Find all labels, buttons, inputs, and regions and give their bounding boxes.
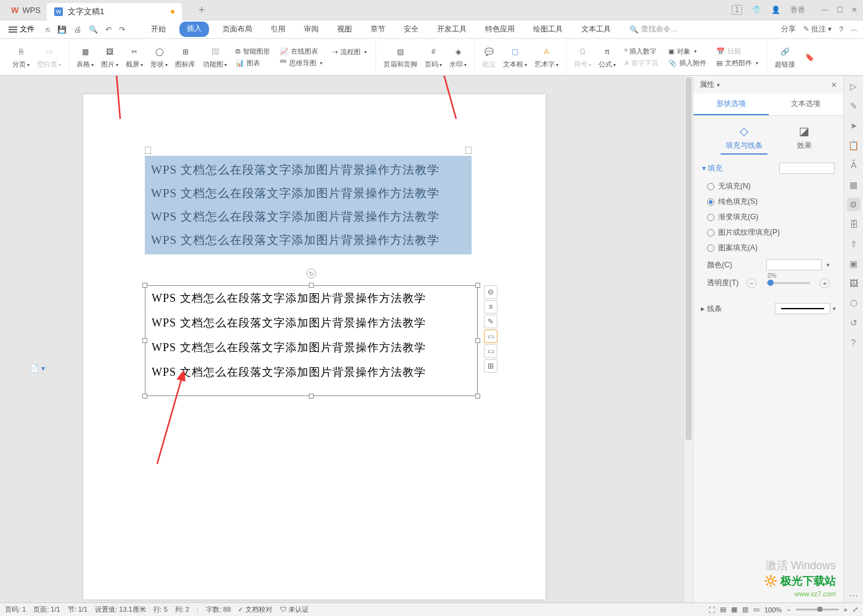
shapes-button[interactable]: ◯形状▾: [147, 44, 171, 70]
view-fullscreen-icon[interactable]: ⛶: [708, 606, 715, 614]
tab-text-tools[interactable]: 文本工具: [576, 22, 616, 37]
textbox-line[interactable]: WPS 文档怎么在段落文字添加图片背景操作方法教学: [145, 286, 477, 310]
print-preview-icon[interactable]: 🔍: [88, 24, 99, 35]
chevron-down-icon[interactable]: ▾: [827, 262, 830, 268]
resize-handle[interactable]: [475, 338, 480, 343]
tab-drawing-tools[interactable]: 绘图工具: [528, 22, 568, 37]
header-footer-button[interactable]: ▤页眉和页脚: [380, 44, 421, 70]
view-web-icon[interactable]: ▦: [731, 606, 737, 614]
online-chart-button[interactable]: 📈在线图表: [277, 46, 325, 57]
zoom-level[interactable]: 100%: [764, 606, 782, 614]
radio-solid-fill[interactable]: 纯色填充(S): [702, 194, 835, 209]
collapse-ribbon-icon[interactable]: ︿: [851, 24, 858, 34]
drop-cap-button[interactable]: A首字下沉: [622, 58, 661, 68]
view-read-icon[interactable]: ▭: [753, 606, 759, 614]
tab-security[interactable]: 安全: [399, 22, 423, 37]
textbox-line[interactable]: WPS 文档怎么在段落文字添加图片背景操作方法教学: [145, 360, 477, 384]
ts-more-icon[interactable]: ⋯: [847, 589, 861, 602]
smart-art-button[interactable]: ⧉智能图形: [233, 46, 272, 57]
resize-handle[interactable]: [475, 283, 480, 288]
ts-backup-icon[interactable]: 🗄: [847, 217, 861, 231]
textbox-line[interactable]: WPS 文档怎么在段落文字添加图片背景操作方法教学: [145, 335, 477, 360]
maximize-icon[interactable]: ☐: [836, 6, 843, 14]
ts-history-icon[interactable]: ↺: [847, 316, 861, 330]
tab-insert[interactable]: 插入: [179, 22, 209, 37]
ts-grid-icon[interactable]: ▦: [847, 178, 861, 192]
layout-option-more[interactable]: ⊞: [484, 359, 497, 373]
function-chart-button[interactable]: ⛆功能图▾: [199, 44, 231, 70]
tab-shape-options[interactable]: 形状选项: [693, 94, 769, 115]
status-page[interactable]: 页面: 1/1: [33, 605, 60, 614]
comment-button[interactable]: 💬批注: [478, 44, 499, 70]
text-line[interactable]: WPS 文档怎么在段落文字添加图片背景操作方法教学: [145, 229, 472, 252]
formula-button[interactable]: π公式▾: [595, 44, 620, 70]
rotation-handle-icon[interactable]: ↻: [306, 269, 316, 278]
layout-option-expand[interactable]: ⊖: [484, 285, 497, 299]
table-button[interactable]: ▦表格▾: [73, 44, 97, 70]
line-style-picker[interactable]: [775, 303, 830, 314]
status-proof[interactable]: ✓ 文档校对: [238, 605, 272, 614]
radio-gradient-fill[interactable]: 渐变填充(G): [702, 209, 835, 225]
screenshot-button[interactable]: ✂截屏▾: [122, 44, 147, 70]
undo-icon[interactable]: ↶: [104, 24, 113, 35]
subtab-effects[interactable]: ◪ 效果: [792, 122, 817, 155]
chart-button-sm[interactable]: 📊图表: [233, 58, 272, 68]
help-icon[interactable]: ?: [839, 25, 843, 34]
hyperlink-button[interactable]: 🔗超链接: [771, 44, 799, 70]
wps-home-tab[interactable]: W WPS: [5, 0, 47, 20]
tab-section[interactable]: 章节: [366, 22, 390, 37]
radio-no-fill[interactable]: 无填充(N): [702, 179, 835, 194]
resize-handle[interactable]: [142, 394, 147, 399]
doc-nav-badge[interactable]: 📄▾: [30, 364, 45, 373]
ts-aa-icon[interactable]: Ᾰ: [847, 158, 861, 172]
status-unauth[interactable]: 🛡 未认证: [280, 605, 309, 614]
status-col[interactable]: 列: 2: [175, 605, 189, 614]
tab-special[interactable]: 特色应用: [480, 22, 520, 37]
object-button[interactable]: ▣对象▾: [666, 46, 709, 57]
picture-button[interactable]: 🖼图片▾: [97, 44, 122, 70]
page-break-button[interactable]: ⎘分页▾: [9, 44, 33, 70]
file-menu[interactable]: 文件: [5, 24, 38, 34]
bookmark-button[interactable]: 🔖: [799, 49, 820, 65]
status-setval[interactable]: 设置值: 13.1厘米: [95, 605, 146, 614]
skin-icon[interactable]: 👕: [752, 6, 761, 14]
ts-hide-icon[interactable]: ▷: [847, 79, 861, 93]
minimize-icon[interactable]: —: [821, 6, 828, 14]
slider-handle[interactable]: [767, 280, 774, 286]
tab-dev-tools[interactable]: 开发工具: [432, 22, 472, 37]
tab-references[interactable]: 引用: [266, 22, 290, 37]
user-name[interactable]: 香香: [790, 5, 805, 15]
pizhu-button[interactable]: ✎ 批注 ▾: [803, 24, 832, 34]
radio-pattern-fill[interactable]: 图案填充(A): [702, 240, 835, 256]
textbox-button[interactable]: ▢文本框▾: [499, 44, 531, 70]
fill-preview-box[interactable]: [779, 163, 835, 174]
layout-option-edit[interactable]: ✎: [484, 315, 497, 328]
ts-select-icon[interactable]: ➤: [847, 119, 861, 132]
ts-image-icon[interactable]: 🖼: [847, 277, 861, 290]
new-tab-button[interactable]: +: [194, 2, 209, 17]
resize-handle[interactable]: [309, 283, 314, 288]
save-icon[interactable]: 💾: [56, 24, 68, 35]
print-icon[interactable]: 🖨: [73, 24, 83, 35]
resize-handle[interactable]: [142, 283, 147, 288]
textbox-line[interactable]: WPS 文档怎么在段落文字添加图片背景操作方法教学: [145, 310, 477, 335]
blank-page-button[interactable]: ▭空白页▾: [33, 44, 65, 70]
resize-handle[interactable]: [142, 338, 147, 343]
text-line[interactable]: WPS 文档怎么在段落文字添加图片背景操作方法教学: [145, 158, 472, 182]
subtab-fill-line[interactable]: ◇ 填充与线条: [721, 122, 767, 155]
document-viewport[interactable]: WPS 文档怎么在段落文字添加图片背景操作方法教学 WPS 文档怎么在段落文字添…: [0, 76, 693, 602]
mindmap-button[interactable]: ⺫思维导图▾: [277, 58, 325, 68]
color-picker[interactable]: [766, 259, 822, 270]
transparency-slider[interactable]: 0%: [766, 282, 810, 284]
wordart-button[interactable]: A艺术字▾: [531, 44, 562, 70]
text-line[interactable]: WPS 文档怎么在段落文字添加图片背景操作方法教学: [145, 182, 472, 205]
zoom-out-button[interactable]: −: [787, 606, 790, 614]
tab-text-options[interactable]: 文本选项: [769, 94, 844, 115]
flowchart-button[interactable]: ⇢流程图▾: [330, 47, 369, 57]
ts-share-icon[interactable]: ⇪: [847, 237, 861, 251]
ts-hex-icon[interactable]: ⬡: [847, 296, 861, 310]
watermark-button[interactable]: ◈水印▾: [446, 44, 470, 70]
redo-icon[interactable]: ↷: [118, 24, 126, 35]
text-box-shape[interactable]: ↻ WPS 文档怎么在段落文字添加图片背景操作方法教学 WPS 文档怎么在段落文…: [145, 285, 478, 396]
layout-option-yellow[interactable]: ▭: [484, 330, 497, 343]
